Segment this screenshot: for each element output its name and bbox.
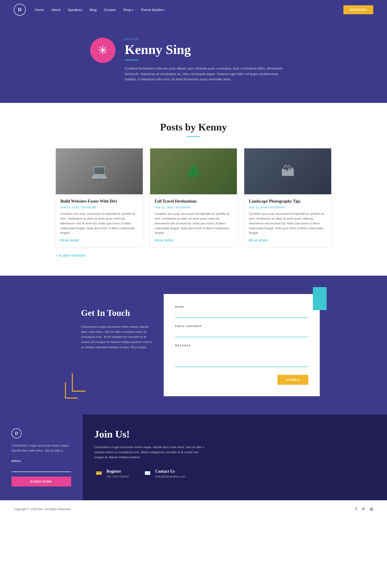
join-action-register: 🎫 Register Get Your Tickets! [94,469,129,478]
name-input[interactable] [175,310,308,318]
post-card-1: 💻 Build Websites Faster With Divi FEB 12… [56,148,143,247]
nav-link-blog[interactable]: Blog [90,8,97,12]
email-input[interactable] [175,329,308,337]
message-label: MESSAGE [175,344,308,347]
nav-link-about[interactable]: About [51,8,60,12]
social-icons: f ✕ ◎ [356,506,373,511]
message-field-group: MESSAGE [175,344,308,368]
contact-form: NAME EMAIL ADDRESS MESSAGE SUBMIT [164,294,320,396]
author-name: Kenny Sing [125,42,297,57]
post-title-3: Landscape Photography Tips [249,199,327,204]
contact-left: Get In Touch Consectetur a eget accumsan… [67,294,164,396]
author-label: AUTHOR [125,38,297,41]
footer-left: D Consectetur a eget accumsan lorem nequ… [0,415,83,500]
author-avatar-icon: ✳ [98,43,108,57]
posts-section: Posts by Kenny 💻 Build Websites Faster W… [0,103,387,276]
join-actions: 🎫 Register Get Your Tickets! ✉️ Contact … [94,469,376,478]
copyright-text: Copyright © 2023 Divi. All Rights Reserv… [14,507,71,511]
post-image-2: 🌲 [150,148,237,194]
register-button[interactable]: REGISTER [343,5,373,14]
post-meta-1: FEB 12, 2018 | OUTDOOR [60,206,138,209]
facebook-icon[interactable]: f [356,506,357,511]
twitter-x-icon[interactable]: ✕ [362,506,365,511]
message-textarea[interactable] [175,349,308,367]
read-more-1[interactable]: READ MORE [60,239,79,242]
join-action-contact-text: Contact Us hello@diviwebinar.com [155,469,186,478]
contact-action-title: Contact Us [155,469,186,474]
nav-link-contact[interactable]: Contact [104,8,116,12]
contact-title: Get In Touch [81,308,152,318]
landscape-icon: 🏔 [281,163,295,179]
post-card-2: 🌲 Fall Travel Destinations FEB 12, 2018 … [150,148,237,247]
post-excerpt-1: Curabitur arcu erat, accumsan id imperdi… [60,211,138,235]
contact-inner: Get In Touch Consectetur a eget accumsan… [67,294,320,396]
footer-section: D Consectetur a eget accumsan lorem nequ… [0,415,387,500]
join-action-contact: ✉️ Contact Us hello@diviwebinar.com [143,469,186,478]
posts-title: Posts by Kenny [14,121,373,133]
older-entries-link[interactable]: « OLDER ENTRIES [56,254,331,257]
author-avatar: ✳ [90,38,115,63]
footer-logo: D [11,428,21,439]
contact-description: Consectetur a eget accumsan lorem neque,… [81,324,152,350]
instagram-icon[interactable]: ◎ [369,506,373,511]
post-card-3: 🏔 Landscape Photography Tips FEB 12, 201… [244,148,331,247]
name-label: NAME [175,305,308,308]
contact-section: Get In Touch Consectetur a eget accumsan… [0,276,387,415]
nav-links: Home About Speakers Blog Contact Shop Th… [35,8,343,12]
post-meta-2: FEB 12, 2018 | OUTDOOR [155,206,233,209]
register-icon: 🎫 [94,469,103,477]
nav-logo[interactable]: D [14,4,26,16]
read-more-2[interactable]: READ MORE [155,239,174,242]
nav-link-home[interactable]: Home [35,8,44,12]
nav-link-speakers[interactable]: Speakers [68,8,82,12]
author-divider [125,60,138,61]
post-image-3: 🏔 [244,148,331,194]
post-excerpt-2: Curabitur arcu erat, accumsan id imperdi… [155,211,233,235]
author-info: AUTHOR Kenny Sing Curabitur fermentum nu… [125,38,297,82]
register-action-subtitle: Get Your Tickets! [106,475,129,478]
footer-email-label: EMAIL [11,460,71,462]
join-action-register-text: Register Get Your Tickets! [106,469,129,478]
posts-divider [187,136,200,137]
yellow-side-decoration [65,382,66,399]
join-title: Join Us! [94,428,376,440]
submit-button[interactable]: SUBMIT [278,375,308,385]
email-label: EMAIL ADDRESS [175,325,308,328]
pinecone-icon: 🌲 [185,163,202,180]
contact-action-subtitle: hello@diviwebinar.com [155,475,186,478]
navigation: D Home About Speakers Blog Contact Shop … [0,0,387,19]
nav-link-shop[interactable]: Shop [123,8,133,12]
nav-link-theme-builder[interactable]: Theme Builder [141,8,165,12]
bottom-bar: Copyright © 2023 Divi. All Rights Reserv… [0,500,387,518]
post-title-2: Fall Travel Destinations [155,199,233,204]
read-more-3[interactable]: READ MORE [249,239,268,242]
post-title-1: Build Websites Faster With Divi [60,199,138,204]
post-image-1: 💻 [56,148,143,194]
footer-right-content: Join Us! Consectetur a eget accumsan lor… [94,428,376,478]
author-section: ✳ AUTHOR Kenny Sing Curabitur fermentum … [0,19,387,103]
join-description: Consectetur a eget accumsan lorem neque,… [94,445,209,460]
email-icon: ✉️ [143,469,152,477]
register-action-title: Register [106,469,129,474]
name-field-group: NAME [175,305,308,318]
subscribe-button[interactable]: SUBSCRIBE [11,477,71,486]
footer-email-input[interactable] [11,464,71,472]
author-bio: Curabitur fermentum nulla non justo aliq… [125,66,285,82]
footer-right: Join Us! Consectetur a eget accumsan lor… [83,415,387,500]
post-excerpt-3: Curabitur arcu erat, accumsan id imperdi… [249,211,327,235]
post-meta-3: FEB 12, 2018 | OUTDOOR [249,206,327,209]
email-field-group: EMAIL ADDRESS [175,325,308,337]
yellow-corner-decoration [65,398,78,399]
posts-grid: 💻 Build Websites Faster With Divi FEB 12… [56,148,331,247]
footer-description: Consectetur a eget accumsan lorem neque,… [11,443,71,453]
laptop-icon: 💻 [91,163,108,180]
